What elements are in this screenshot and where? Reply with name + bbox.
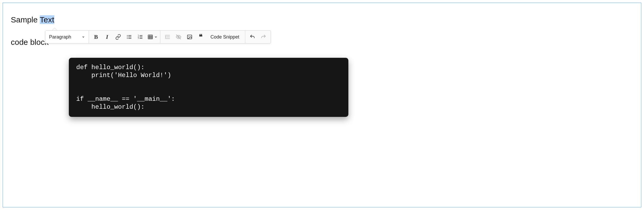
bulleted-list-icon — [126, 34, 132, 40]
bold-icon: B — [94, 34, 98, 40]
indent-button — [162, 31, 173, 42]
indent-icon — [165, 34, 170, 40]
svg-point-5 — [127, 38, 128, 39]
italic-button[interactable]: I — [102, 31, 113, 42]
heading-dropdown-label: Paragraph — [49, 34, 71, 40]
table-icon — [147, 34, 153, 40]
chevron-down-icon — [154, 35, 157, 39]
image-icon — [187, 34, 193, 40]
code-snippet-label: Code Snippet — [210, 34, 239, 40]
code-block-container: def hello_world(): print('Hello World!')… — [69, 58, 575, 117]
svg-rect-12 — [148, 35, 153, 39]
toolbar-group-history — [245, 31, 271, 43]
content-paragraph-1[interactable]: Sample Text — [11, 15, 633, 25]
svg-point-4 — [127, 37, 128, 37]
svg-point-23 — [189, 36, 189, 37]
text-plain: Sample — [11, 15, 40, 24]
toolbar-group-insert: ❝ Code Snippet — [160, 31, 245, 43]
table-button — [147, 31, 154, 42]
redo-icon — [261, 34, 266, 40]
code-block[interactable]: def hello_world(): print('Hello World!')… — [69, 58, 348, 117]
chevron-down-icon — [82, 35, 85, 39]
code-snippet-button[interactable]: Code Snippet — [206, 31, 243, 42]
undo-icon — [249, 34, 255, 40]
svg-point-3 — [127, 35, 128, 36]
italic-icon: I — [106, 34, 108, 40]
balloon-toolbar: Paragraph B I 123 — [45, 30, 271, 44]
bold-button[interactable]: B — [90, 31, 102, 42]
svg-text:3: 3 — [138, 37, 139, 39]
toolbar-group-format: B I 123 — [89, 31, 160, 43]
numbered-list-icon: 123 — [137, 34, 143, 40]
link-icon — [115, 34, 121, 40]
blockquote-button[interactable]: ❝ — [195, 31, 206, 42]
bulleted-list-button[interactable] — [124, 31, 135, 42]
toolbar: Paragraph B I 123 — [45, 30, 271, 44]
balloon-arrow-icon — [52, 28, 57, 30]
numbered-list-button[interactable]: 123 — [135, 31, 146, 42]
heading-dropdown[interactable]: Paragraph — [45, 31, 89, 43]
quote-icon: ❝ — [199, 34, 203, 40]
text-selection: Text — [40, 15, 54, 24]
editor-frame: Sample Text code block Paragraph B I 123 — [3, 3, 641, 207]
visibility-button — [173, 31, 184, 42]
undo-button[interactable] — [247, 31, 258, 42]
link-button[interactable] — [113, 31, 124, 42]
table-dropdown[interactable] — [146, 31, 158, 42]
image-button[interactable] — [184, 31, 195, 42]
redo-button — [258, 31, 269, 42]
eye-off-icon — [176, 34, 181, 40]
